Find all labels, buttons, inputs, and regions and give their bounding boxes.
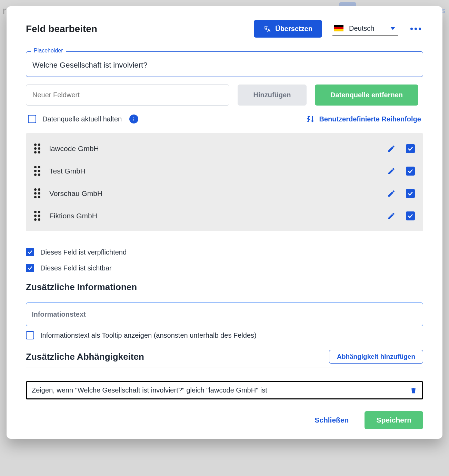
drag-handle-icon[interactable] — [34, 188, 42, 198]
custom-order-label: Benutzerdefinierte Reihenfolge — [319, 115, 421, 123]
edit-field-modal: Feld bearbeiten Übersetzen Deutsch — [7, 6, 442, 439]
more-menu-button[interactable] — [408, 26, 423, 32]
new-field-value-input[interactable] — [26, 85, 229, 106]
modal-overlay: Feld bearbeiten Übersetzen Deutsch — [0, 0, 449, 476]
modal-title: Feld bearbeiten — [26, 23, 97, 34]
language-select[interactable]: Deutsch — [332, 22, 398, 36]
chevron-down-icon — [390, 27, 395, 30]
add-value-button[interactable]: Hinzufügen — [238, 85, 307, 106]
info-text-placeholder: Informationstext — [32, 310, 86, 318]
placeholder-input[interactable] — [32, 61, 417, 70]
keep-datasource-label: Datenquelle aktuell halten — [42, 115, 122, 123]
edit-icon[interactable] — [387, 145, 396, 153]
custom-order-button[interactable]: Benutzerdefinierte Reihenfolge — [307, 115, 421, 123]
divider — [26, 239, 423, 239]
placeholder-field[interactable]: Placeholder — [26, 51, 423, 77]
save-button[interactable]: Speichern — [365, 411, 423, 429]
svg-point-2 — [133, 117, 134, 118]
trash-icon[interactable] — [410, 387, 417, 394]
translate-button-label: Übersetzen — [275, 25, 312, 33]
tooltip-label: Informationstext als Tooltip anzeigen (a… — [40, 331, 257, 339]
translate-icon — [263, 25, 271, 33]
keep-datasource-checkbox[interactable] — [28, 115, 36, 123]
options-list: lawcode GmbH Test GmbH — [26, 133, 423, 231]
placeholder-field-legend: Placeholder — [31, 48, 66, 54]
option-enabled-checkbox[interactable] — [406, 144, 415, 153]
visible-label: Dieses Feld ist sichtbar — [40, 264, 112, 272]
tooltip-checkbox[interactable] — [26, 331, 34, 339]
remove-datasource-button[interactable]: Datenquelle entfernen — [315, 85, 418, 106]
option-enabled-checkbox[interactable] — [406, 167, 415, 176]
section-deps-title: Zusätzliche Abhängigkeiten — [26, 351, 144, 362]
list-item: Test GmbH — [26, 160, 423, 182]
modal-header: Feld bearbeiten Übersetzen Deutsch — [26, 20, 423, 38]
dependency-rule-text: Zeigen, wenn "Welche Gesellschaft ist in… — [32, 386, 267, 394]
translate-button[interactable]: Übersetzen — [254, 20, 322, 38]
option-name: Fiktions GmbH — [49, 212, 380, 220]
option-name: lawcode GmbH — [49, 145, 380, 153]
drag-handle-icon[interactable] — [34, 143, 42, 153]
add-dependency-button[interactable]: Abhängigkeit hinzufügen — [329, 350, 423, 364]
mandatory-label: Dieses Feld ist verpflichtend — [40, 248, 127, 256]
flag-de-icon — [334, 25, 343, 31]
edit-icon[interactable] — [387, 212, 396, 220]
drag-handle-icon[interactable] — [34, 166, 42, 176]
drag-handle-icon[interactable] — [34, 211, 42, 221]
dependency-rule[interactable]: Zeigen, wenn "Welche Gesellschaft ist in… — [26, 381, 423, 399]
close-button[interactable]: Schließen — [309, 413, 354, 428]
info-text-input[interactable]: Informationstext — [26, 303, 423, 326]
options-toolbar: Datenquelle aktuell halten Benutzerdefin… — [26, 115, 423, 123]
section-extra-info-title: Zusätzliche Informationen — [26, 282, 423, 296]
list-item: Fiktions GmbH — [26, 205, 423, 227]
option-enabled-checkbox[interactable] — [406, 189, 415, 198]
visible-checkbox[interactable] — [26, 264, 34, 272]
list-item: lawcode GmbH — [26, 137, 423, 160]
modal-footer: Schließen Speichern — [26, 411, 423, 429]
option-name: Vorschau GmbH — [49, 189, 380, 198]
edit-icon[interactable] — [387, 189, 396, 198]
list-item: Vorschau GmbH — [26, 182, 423, 205]
language-select-label: Deutsch — [349, 24, 385, 32]
new-value-row: Hinzufügen Datenquelle entfernen — [26, 85, 423, 106]
info-icon[interactable] — [129, 115, 138, 123]
svg-rect-3 — [133, 119, 134, 121]
edit-icon[interactable] — [387, 167, 396, 175]
option-name: Test GmbH — [49, 167, 380, 175]
option-enabled-checkbox[interactable] — [406, 211, 415, 220]
mandatory-checkbox[interactable] — [26, 248, 34, 256]
